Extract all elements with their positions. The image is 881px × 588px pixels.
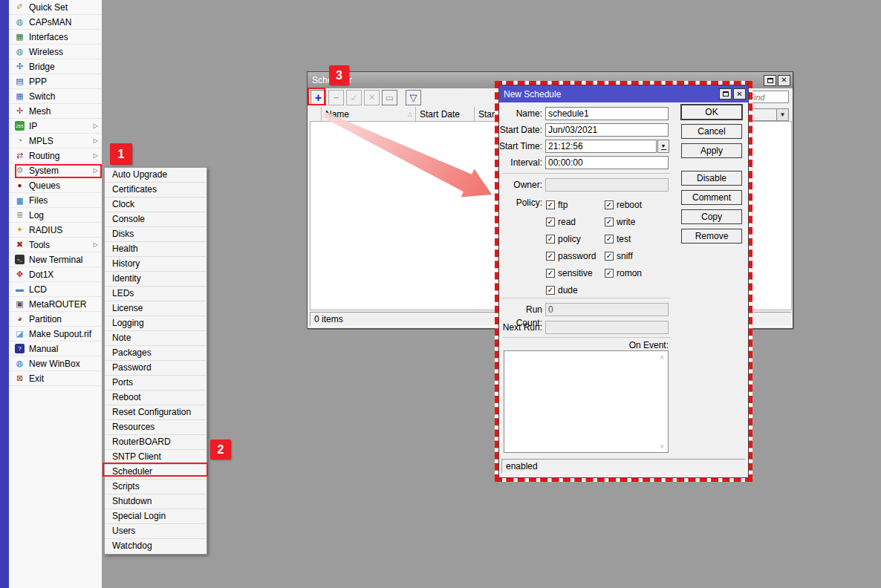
- dialog-close-button[interactable]: ✕: [733, 88, 746, 99]
- submenu-item[interactable]: Special Login: [105, 509, 207, 524]
- checkbox-icon[interactable]: ✓: [546, 218, 555, 226]
- start-time-input[interactable]: [545, 140, 657, 153]
- checkbox-icon[interactable]: ✓: [605, 269, 614, 278]
- sidebar-item[interactable]: ◔ MPLS ▷: [9, 134, 102, 148]
- submenu-item[interactable]: Note: [105, 331, 207, 346]
- dialog-button[interactable]: Disable: [681, 171, 742, 186]
- dialog-button[interactable]: Remove: [681, 229, 742, 244]
- close-button[interactable]: ✕: [778, 75, 790, 86]
- disable-button[interactable]: ✕: [364, 90, 380, 105]
- sidebar-item[interactable]: ◍ New WinBox ▷: [9, 356, 102, 371]
- policy-option[interactable]: ✓ sniff: [605, 247, 642, 264]
- submenu-item[interactable]: Watchdog: [105, 539, 207, 554]
- submenu-item[interactable]: License: [105, 301, 207, 316]
- step-badge-2: 2: [210, 440, 231, 460]
- submenu-item[interactable]: Console: [105, 212, 207, 227]
- checkbox-icon[interactable]: ✓: [605, 200, 614, 209]
- sidebar-item[interactable]: ◍ Wireless ▷: [9, 45, 102, 59]
- submenu-item[interactable]: LEDs: [105, 287, 207, 301]
- submenu-item[interactable]: Shutdown: [105, 494, 207, 509]
- start-date-input[interactable]: [545, 123, 669, 137]
- submenu-item[interactable]: History: [105, 257, 207, 272]
- sidebar-item[interactable]: ⊠ Exit ▷: [9, 371, 102, 386]
- start-time-dropdown-button[interactable]: ▼: [657, 140, 669, 153]
- sidebar-item[interactable]: ▦ Interfaces ▷: [9, 30, 102, 45]
- submenu-item[interactable]: Reboot: [105, 391, 207, 405]
- submenu-item[interactable]: RouterBOARD: [105, 435, 207, 450]
- sidebar-item[interactable]: ◍ CAPsMAN ▷: [9, 15, 102, 30]
- submenu-item[interactable]: Logging: [105, 316, 207, 331]
- submenu-item[interactable]: Ports: [105, 376, 207, 391]
- sidebar-item[interactable]: >_ New Terminal ▷: [9, 252, 102, 267]
- policy-option[interactable]: ✓ write: [605, 213, 642, 230]
- maximize-button[interactable]: [764, 75, 776, 86]
- sidebar-item[interactable]: ✐ Quick Set ▷: [9, 0, 102, 15]
- checkbox-icon[interactable]: ✓: [546, 269, 555, 278]
- dialog-button[interactable]: Cancel: [681, 124, 742, 139]
- name-input[interactable]: [545, 107, 669, 120]
- checkbox-icon[interactable]: ✓: [546, 200, 555, 209]
- checkbox-icon[interactable]: ✓: [605, 252, 614, 261]
- policy-option[interactable]: ✓ password: [546, 247, 596, 264]
- checkbox-icon[interactable]: ✓: [546, 286, 555, 295]
- sidebar-item[interactable]: ✖ Tools ▷: [9, 238, 102, 252]
- sidebar-item[interactable]: ▦ Switch ▷: [9, 89, 102, 104]
- submenu-item[interactable]: Clock: [105, 197, 207, 212]
- dialog-button[interactable]: Apply: [681, 143, 742, 158]
- sidebar-item[interactable]: ✦ RADIUS ▷: [9, 223, 102, 238]
- remove-button[interactable]: −: [328, 90, 344, 105]
- textarea-scrollbar[interactable]: ∧ ∨: [657, 352, 667, 451]
- comment-button[interactable]: ▭: [382, 90, 397, 105]
- enable-button[interactable]: ✓: [346, 90, 362, 105]
- submenu-item[interactable]: Identity: [105, 272, 207, 287]
- checkbox-icon[interactable]: ✓: [605, 235, 614, 244]
- submenu-item[interactable]: Certificates: [105, 183, 207, 197]
- policy-option[interactable]: ✓ test: [605, 230, 642, 247]
- sidebar-item[interactable]: ◕ Partition ▷: [9, 312, 102, 327]
- policy-option[interactable]: ✓ read: [546, 213, 596, 230]
- checkbox-icon[interactable]: ✓: [546, 252, 555, 261]
- scroll-down-icon[interactable]: ∨: [660, 442, 665, 450]
- submenu-item[interactable]: Disks: [105, 227, 207, 242]
- sidebar-item[interactable]: 255 IP ▷: [9, 119, 102, 134]
- dialog-maximize-button[interactable]: [719, 88, 732, 99]
- sidebar-item[interactable]: ● Queues ▷: [9, 178, 102, 193]
- scroll-up-icon[interactable]: ∧: [660, 353, 665, 361]
- sidebar-item[interactable]: ▆ Files ▷: [9, 193, 102, 208]
- sidebar-item[interactable]: ⇄ Routing ▷: [9, 148, 102, 163]
- interval-input[interactable]: [545, 156, 669, 169]
- on-event-textarea[interactable]: ∧ ∨: [504, 350, 669, 453]
- dialog-titlebar[interactable]: New Schedule ✕: [499, 85, 748, 102]
- checkbox-icon[interactable]: ✓: [605, 218, 614, 226]
- filter-button[interactable]: ▽: [406, 90, 421, 105]
- sidebar-item[interactable]: ✥ Dot1X ▷: [9, 267, 102, 282]
- policy-option[interactable]: ✓ ftp: [546, 196, 596, 213]
- down-to-line-icon: ▼: [661, 143, 666, 148]
- sidebar-item[interactable]: ≣ Log ▷: [9, 208, 102, 223]
- submenu-item[interactable]: Scripts: [105, 480, 207, 494]
- policy-option[interactable]: ✓ dude: [546, 281, 596, 298]
- policy-option[interactable]: ✓ romon: [605, 264, 642, 281]
- sidebar-item[interactable]: ▣ MetaROUTER ▷: [9, 297, 102, 312]
- sidebar-item[interactable]: ✣ Bridge ▷: [9, 59, 102, 74]
- dialog-button[interactable]: Comment: [681, 190, 742, 205]
- sidebar-item[interactable]: ◪ Make Supout.rif ▷: [9, 327, 102, 342]
- submenu-item[interactable]: Health: [105, 242, 207, 257]
- checkbox-icon[interactable]: ✓: [546, 235, 555, 244]
- policy-option[interactable]: ✓ reboot: [605, 196, 642, 213]
- submenu-item[interactable]: Reset Configuration: [105, 405, 207, 420]
- submenu-item[interactable]: Password: [105, 361, 207, 376]
- sidebar-item[interactable]: ▬ LCD ▷: [9, 282, 102, 297]
- dialog-button[interactable]: OK: [681, 105, 742, 120]
- submenu-item[interactable]: Auto Upgrade: [105, 168, 207, 183]
- sidebar-item[interactable]: ▤ PPP ▷: [9, 74, 102, 89]
- policy-option[interactable]: ✓ sensitive: [546, 264, 596, 281]
- sidebar-item[interactable]: ✢ Mesh ▷: [9, 104, 102, 119]
- sidebar-item[interactable]: ? Manual ▷: [9, 342, 102, 356]
- dialog-button[interactable]: Copy: [681, 209, 742, 224]
- policy-option[interactable]: ✓ policy: [546, 230, 596, 247]
- submenu-item[interactable]: Resources: [105, 420, 207, 435]
- submenu-item[interactable]: Packages: [105, 346, 207, 361]
- submenu-item-label: Password: [112, 362, 152, 373]
- submenu-item[interactable]: Users: [105, 524, 207, 539]
